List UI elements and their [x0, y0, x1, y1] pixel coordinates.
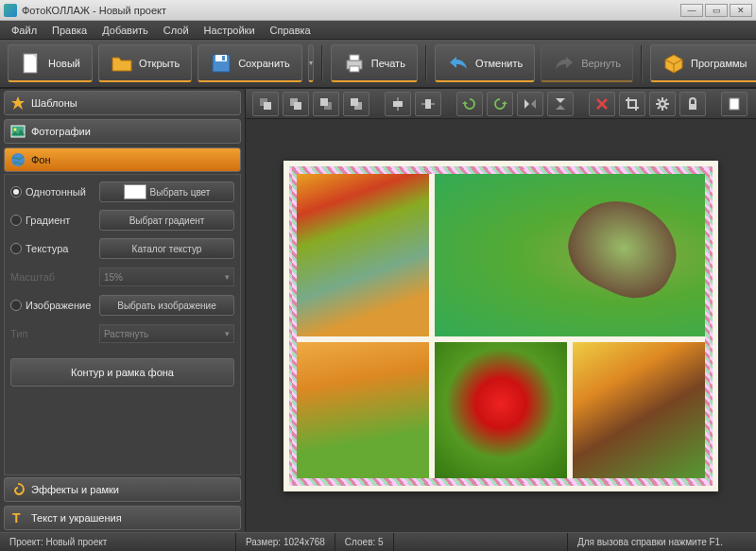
collage-photo-2[interactable] [435, 174, 705, 336]
settings-gear-icon[interactable] [649, 92, 676, 116]
collage-photo-3[interactable] [297, 342, 429, 478]
save-dropdown[interactable]: ▾ [308, 44, 314, 82]
contour-frame-button[interactable]: Контур и рамка фона [10, 358, 234, 387]
svg-rect-33 [730, 98, 739, 110]
type-select[interactable]: Растянуть [99, 324, 234, 343]
pick-color-button[interactable]: Выбрать цвет [99, 181, 234, 202]
send-backward-icon[interactable] [313, 92, 339, 116]
svg-marker-30 [556, 105, 565, 110]
delete-icon[interactable] [589, 92, 615, 116]
new-file-icon [20, 52, 43, 75]
pick-gradient-button[interactable]: Выбрат градиент [99, 210, 234, 231]
rotate-left-icon[interactable] [456, 92, 483, 116]
text-label: Текст и украшения [31, 512, 122, 524]
open-button[interactable]: Открыть [98, 44, 192, 82]
accordion-effects[interactable]: Эффекты и рамки [4, 477, 241, 502]
collage-photo-5[interactable] [573, 342, 705, 478]
canvas-viewport[interactable] [246, 119, 756, 532]
radio-gradient[interactable] [10, 215, 22, 226]
menu-file[interactable]: Файл [4, 23, 44, 38]
flip-h-icon[interactable] [517, 92, 543, 116]
swirl-icon [10, 482, 26, 497]
solid-label: Однотонный [26, 186, 86, 198]
print-button[interactable]: Печать [331, 44, 418, 82]
scale-select[interactable]: 15% [99, 267, 234, 286]
print-label: Печать [371, 58, 405, 69]
undo-button[interactable]: Отменить [435, 44, 535, 82]
crop-icon[interactable] [619, 92, 645, 116]
send-back-icon[interactable] [343, 92, 369, 116]
type-value: Растянуть [104, 329, 148, 339]
redo-icon [553, 52, 576, 75]
menu-add[interactable]: Добавить [94, 23, 156, 38]
undo-icon [447, 52, 470, 75]
bring-front-icon[interactable] [252, 92, 279, 116]
printer-icon [343, 52, 366, 75]
box-icon [662, 52, 685, 75]
app-icon [4, 4, 17, 17]
svg-text:T: T [12, 510, 21, 525]
accordion-templates[interactable]: Шаблоны [4, 91, 241, 115]
accordion-background[interactable]: Фон [4, 147, 241, 172]
effects-label: Эффекты и рамки [31, 484, 119, 495]
accordion-text[interactable]: T Текст и украшения [4, 506, 241, 530]
save-button[interactable]: Сохранить [198, 44, 302, 82]
close-button[interactable]: ✕ [730, 4, 752, 17]
align-center-h-icon[interactable] [385, 92, 411, 116]
maximize-button[interactable]: ▭ [705, 4, 728, 17]
collage-photo-4[interactable] [435, 342, 567, 478]
menu-layer[interactable]: Слой [156, 23, 197, 38]
blank-page-icon[interactable] [721, 92, 747, 116]
svg-marker-27 [524, 99, 529, 109]
collage-photo-1[interactable] [297, 174, 429, 336]
status-layers: Слоев: 5 [335, 533, 394, 551]
svg-rect-9 [11, 126, 25, 137]
svg-rect-14 [264, 102, 271, 110]
status-size: Размер: 1024x768 [236, 533, 335, 551]
svg-marker-8 [11, 96, 25, 110]
radio-texture[interactable] [10, 243, 22, 254]
save-label: Сохранить [238, 58, 290, 69]
window-title: ФотоКОЛЛАЖ - Новый проект [22, 5, 166, 16]
accordion-photos[interactable]: Фотографии [4, 119, 241, 144]
redo-button[interactable]: Вернуть [541, 44, 633, 82]
texture-catalog-button[interactable]: Каталог текстур [99, 238, 234, 259]
text-icon: T [10, 510, 26, 525]
background-label: Фон [31, 154, 51, 165]
svg-rect-22 [393, 101, 403, 107]
collage-document[interactable] [284, 161, 718, 491]
align-center-v-icon[interactable] [415, 92, 441, 116]
new-button[interactable]: Новый [8, 44, 93, 82]
scale-label: Масштаб [10, 271, 95, 283]
pick-image-label: Выбрать изображение [117, 301, 215, 311]
menu-help[interactable]: Справка [263, 23, 318, 38]
save-icon [210, 52, 232, 75]
programs-label: Программы [691, 58, 747, 69]
status-help: Для вызова справки нажмите F1. [567, 533, 756, 551]
contour-frame-label: Контур и рамка фона [71, 367, 174, 378]
svg-point-31 [660, 101, 665, 107]
bring-forward-icon[interactable] [283, 92, 309, 116]
lock-icon[interactable] [679, 92, 706, 116]
background-panel: Однотонный Выбрать цвет Градиент Выбрат … [4, 174, 241, 475]
svg-rect-16 [294, 102, 301, 110]
svg-rect-6 [350, 55, 359, 60]
flip-v-icon[interactable] [547, 92, 574, 116]
pick-image-button[interactable]: Выбрать изображение [99, 295, 234, 316]
menu-settings[interactable]: Настройки [197, 23, 263, 38]
svg-rect-3 [215, 55, 227, 61]
pick-gradient-label: Выбрат градиент [129, 215, 205, 226]
programs-button[interactable]: Программы [650, 44, 756, 82]
left-panel: Шаблоны Фотографии Фон Однотонный Выбрат… [0, 89, 246, 532]
color-swatch [124, 184, 146, 199]
new-label: Новый [48, 58, 80, 69]
radio-image[interactable] [10, 300, 22, 311]
minimize-button[interactable]: — [680, 4, 703, 17]
image-label: Изображение [26, 300, 91, 311]
main-toolbar: Новый Открыть Сохранить ▾ Печать Отменит… [0, 40, 756, 89]
svg-rect-20 [351, 98, 358, 106]
rotate-right-icon[interactable] [487, 92, 513, 116]
radio-solid[interactable] [10, 186, 22, 198]
photos-label: Фотографии [31, 126, 91, 137]
menu-edit[interactable]: Правка [44, 23, 94, 38]
